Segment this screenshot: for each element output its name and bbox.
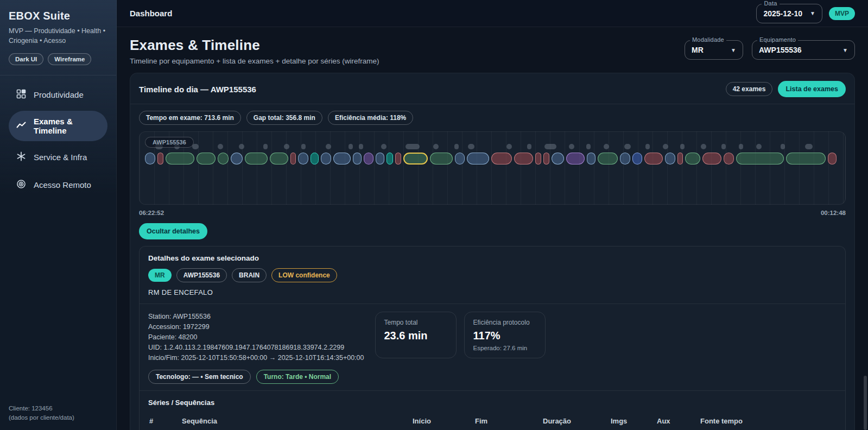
- page-head-left: Exames & Timeline Timeline por equipamen…: [130, 35, 379, 65]
- exam-pill[interactable]: [828, 153, 837, 165]
- exam-pill[interactable]: [298, 153, 308, 165]
- exam-pill[interactable]: [376, 153, 384, 165]
- sidebar-badge-dark-ui: Dark UI: [9, 53, 43, 65]
- exam-pill[interactable]: [321, 153, 331, 165]
- exam-pill[interactable]: [157, 153, 163, 165]
- exam-pill[interactable]: [786, 153, 826, 165]
- gap-pill: [604, 144, 609, 149]
- date-select[interactable]: Data 2025-12-10 ▼: [756, 4, 822, 23]
- exam-pill[interactable]: [598, 153, 618, 165]
- client-note-label: (dados por cliente/data): [9, 413, 74, 422]
- exam-pill[interactable]: [333, 153, 351, 165]
- toggle-details-button[interactable]: Ocultar detalhes: [139, 223, 207, 239]
- sidebar-item-service-infra[interactable]: Service & Infra: [9, 146, 107, 169]
- topbar: Dashboard Data 2025-12-10 ▼ MVP: [117, 0, 868, 27]
- exam-pill[interactable]: [665, 153, 675, 165]
- exam-pill[interactable]: [685, 153, 700, 165]
- exam-pill[interactable]: [270, 153, 288, 165]
- exam-pill[interactable]: [632, 153, 642, 165]
- table-header-cell: Imgs: [611, 417, 657, 425]
- lane-label-chip: AWP155536: [145, 137, 194, 148]
- gap-pill: [739, 144, 743, 149]
- timeline-card: Timeline do dia — AWP155536 42 exames Li…: [130, 73, 855, 430]
- stat-value: 117%: [473, 330, 536, 342]
- exam-name: RM DE ENCEFALO: [148, 288, 837, 296]
- detail-chip-mr: MR: [148, 269, 172, 282]
- exam-pill[interactable]: [535, 153, 541, 165]
- equipment-select-value: AWP155536: [759, 46, 802, 54]
- details-tags: Tecnologo: — • Sem tecnicoTurno: Tarde •…: [148, 370, 837, 384]
- gap-pill: [701, 144, 706, 149]
- gap-pill: [624, 144, 631, 149]
- exam-pill[interactable]: [552, 153, 564, 165]
- table-header-cell: Aux: [657, 417, 700, 425]
- page-subtitle: Timeline por equipamento + lista de exam…: [130, 57, 379, 65]
- detail-tag: Tecnologo: — • Sem tecnico: [148, 370, 251, 384]
- exam-pill[interactable]: [491, 153, 512, 165]
- timeline-card-head: Timeline do dia — AWP155536 42 exames Li…: [139, 81, 846, 97]
- date-select-value: 2025-12-10: [763, 9, 802, 18]
- sidebar: EBOX Suite MVP — Produtividade • Health …: [0, 0, 117, 430]
- exam-pill[interactable]: [702, 153, 721, 165]
- modality-select[interactable]: Modalidade MR ▼: [685, 40, 743, 60]
- stat-label: Eficiência protocolo: [473, 319, 536, 326]
- exam-pill[interactable]: [395, 153, 401, 165]
- exam-pill[interactable]: [364, 153, 373, 165]
- exam-pill[interactable]: [467, 153, 489, 165]
- exam-pill[interactable]: [644, 153, 663, 165]
- timeline-plot[interactable]: AWP155536: [139, 131, 846, 205]
- exam-pill[interactable]: [566, 153, 585, 165]
- gaps-layer: [145, 144, 840, 149]
- gap-pill: [680, 144, 685, 149]
- exam-pill[interactable]: [620, 153, 630, 165]
- exam-pill[interactable]: [430, 153, 453, 165]
- exam-pill[interactable]: [587, 153, 595, 165]
- brand-tagline: MVP — Produtividade • Health • Criogenia…: [9, 26, 107, 46]
- exam-meta-line: Station: AWP155536: [148, 312, 364, 322]
- app-root: EBOX Suite MVP — Produtividade • Health …: [0, 0, 868, 430]
- exam-pill-selected[interactable]: [403, 153, 428, 165]
- gap-pill: [781, 144, 785, 149]
- exam-pill[interactable]: [145, 153, 155, 165]
- exam-meta-line: Paciente: 48200: [148, 332, 364, 343]
- exam-pill[interactable]: [353, 153, 362, 165]
- exam-pill[interactable]: [543, 153, 549, 165]
- exam-pill[interactable]: [736, 153, 784, 165]
- gap-pill: [454, 144, 459, 149]
- exam-pill[interactable]: [231, 153, 243, 165]
- exam-pill[interactable]: [166, 153, 194, 165]
- sidebar-item-acesso-remoto[interactable]: Acesso Remoto: [9, 173, 107, 197]
- exam-pill[interactable]: [677, 153, 683, 165]
- sidebar-item-exames-timeline[interactable]: Exames & Timeline: [9, 111, 107, 141]
- gap-pill: [569, 144, 574, 149]
- sidebar-badges: Dark UIWireframe: [9, 53, 107, 65]
- table-header-cell: Fonte tempo: [700, 417, 835, 425]
- gap-pill: [544, 144, 556, 149]
- exam-pill[interactable]: [311, 153, 319, 165]
- grid-icon: [16, 89, 26, 100]
- chevron-down-icon: ▼: [810, 10, 815, 16]
- table-header-cell: Início: [413, 417, 475, 425]
- exam-pill[interactable]: [218, 153, 229, 165]
- sidebar-item-produtividade[interactable]: Produtividade: [9, 83, 107, 106]
- exam-pill[interactable]: [387, 153, 393, 165]
- exam-pill[interactable]: [197, 153, 216, 165]
- exam-pill[interactable]: [290, 153, 296, 165]
- exam-list-button[interactable]: Lista de exames: [778, 81, 846, 97]
- table-header-cell: #: [149, 417, 182, 425]
- modality-select-label: Modalidade: [690, 36, 726, 43]
- details-divider: [140, 303, 845, 304]
- exam-pill[interactable]: [514, 153, 533, 165]
- detail-tag: Turno: Tarde • Normal: [256, 370, 339, 384]
- exam-pill[interactable]: [455, 153, 465, 165]
- details-title: Detalhes do exame selecionado: [148, 254, 837, 262]
- exam-pill[interactable]: [724, 153, 734, 165]
- equipment-select[interactable]: Equipamento AWP155536 ▼: [752, 40, 855, 60]
- chevron-down-icon: ▼: [842, 47, 848, 53]
- sidebar-item-label: Produtividade: [34, 90, 84, 99]
- vertical-scrollbar-thumb[interactable]: [864, 376, 867, 430]
- card-divider: [130, 104, 854, 104]
- timeline-start-time: 06:22:52: [139, 210, 164, 216]
- exam-pill[interactable]: [245, 153, 268, 165]
- stat-sub: Esperado: 27.6 min: [473, 345, 536, 351]
